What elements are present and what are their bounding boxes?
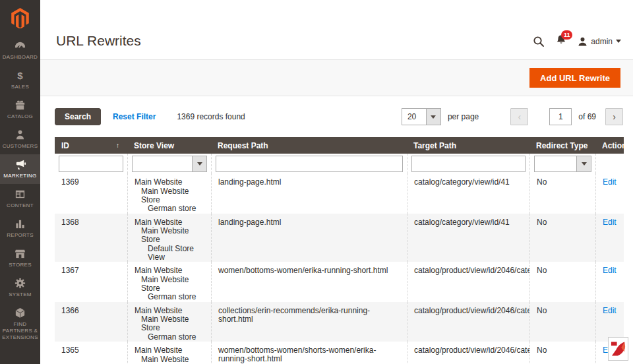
next-page-button[interactable]: › [605, 108, 623, 125]
sidebar-item-label: SALES [1, 84, 39, 90]
sort-ascending-icon: ↑ [116, 142, 121, 149]
records-found-text: 1369 records found [177, 112, 245, 121]
cell-store-view: Main WebsiteMain Website StoreDefault St… [127, 214, 211, 262]
select-caret-box [192, 156, 206, 171]
sidebar-nav: DASHBOARD $ SALES CATALOG CUSTOMERS MARK… [0, 0, 40, 364]
cell-request-path: landing-page.html [211, 214, 407, 262]
store-view-line: Main Website [135, 266, 204, 275]
column-header-action: Action [595, 137, 624, 154]
sidebar-item-reports[interactable]: REPORTS [0, 214, 40, 243]
store-view-line: Main Website Store [141, 355, 204, 364]
sidebar-item-marketing[interactable]: MARKETING [0, 154, 40, 184]
cell-id: 1369 [55, 173, 127, 214]
store-view-line: Main Website [135, 307, 204, 315]
column-header-id[interactable]: ID ↑ [55, 137, 127, 154]
gauge-icon [1, 40, 39, 52]
sidebar-item-label: FIND PARTNERS & EXTENSIONS [1, 321, 39, 341]
edit-link[interactable]: Edit [603, 177, 617, 187]
chevron-down-icon [616, 40, 621, 43]
magento-admin-app: DASHBOARD $ SALES CATALOG CUSTOMERS MARK… [0, 0, 633, 364]
magento-logo[interactable] [0, 0, 40, 36]
per-page-select[interactable]: 20 [402, 108, 441, 125]
column-header-store-view[interactable]: Store View [127, 137, 211, 154]
admin-username: admin [591, 37, 613, 46]
main-content: URL Rewrites 11 admin Add URL Rewrite [40, 0, 633, 364]
bar-chart-icon [1, 218, 39, 230]
pagination-controls: 20 per page ‹ of 69 › [402, 108, 623, 125]
column-header-target-path[interactable]: Target Path [407, 137, 529, 154]
user-icon [578, 36, 588, 47]
cell-target-path: catalog/category/view/id/41 [407, 214, 529, 262]
edit-link[interactable]: Edit [603, 306, 617, 315]
extension-logo-icon [611, 340, 626, 358]
page-header: URL Rewrites 11 admin [40, 0, 633, 59]
gear-icon [1, 277, 39, 289]
filter-store-view-select[interactable] [132, 156, 207, 172]
filter-id-input[interactable] [59, 156, 123, 172]
per-page-value: 20 [402, 109, 426, 125]
cube-icon [1, 307, 39, 319]
sidebar-item-label: SYSTEM [1, 291, 39, 298]
store-view-line: Main Website Store [141, 276, 204, 293]
storefront-icon [1, 247, 39, 260]
cell-redirect-type: No [529, 214, 595, 262]
cell-target-path: catalog/category/view/id/41 [407, 173, 529, 214]
sidebar-item-label: CATALOG [1, 113, 39, 120]
sidebar-item-find-partners[interactable]: FIND PARTNERS & EXTENSIONS [0, 303, 40, 346]
cell-store-view: Main WebsiteMain Website StoreGerman sto… [127, 342, 211, 364]
extension-logo[interactable] [608, 337, 628, 361]
chevron-down-icon [582, 162, 587, 166]
sidebar-item-stores[interactable]: STORES [0, 243, 40, 273]
prev-page-button[interactable]: ‹ [510, 108, 528, 125]
cell-target-path: catalog/product/view/id/2046/category/34 [407, 302, 529, 342]
store-view-line: Main Website Store [141, 315, 204, 332]
edit-link[interactable]: Edit [603, 266, 617, 275]
edit-link[interactable]: Edit [603, 218, 617, 227]
reset-filter-link[interactable]: Reset Filter [113, 112, 156, 121]
total-pages-text: of 69 [578, 112, 596, 121]
filter-target-path-input[interactable] [411, 156, 526, 172]
cell-store-view: Main WebsiteMain Website StoreGerman sto… [127, 262, 211, 302]
per-page-label: per page [448, 112, 479, 121]
sidebar-item-dashboard[interactable]: DASHBOARD [0, 36, 40, 65]
sidebar-item-label: CONTENT [1, 202, 39, 209]
chevron-down-icon [197, 162, 202, 166]
filter-redirect-type-select[interactable] [534, 156, 591, 172]
cell-id: 1367 [55, 262, 127, 302]
sidebar-item-label: REPORTS [1, 232, 39, 239]
url-rewrites-grid: ID ↑ Store View Request Path Target Path… [55, 137, 624, 364]
sidebar-item-catalog[interactable]: CATALOG [0, 95, 40, 125]
sidebar-item-content[interactable]: CONTENT [0, 184, 40, 214]
cell-request-path: landing-page.html [211, 173, 407, 214]
search-icon[interactable] [533, 36, 545, 47]
gift-box-icon [1, 99, 39, 111]
cell-id: 1368 [55, 214, 127, 262]
store-view-line: Main Website [135, 218, 204, 227]
cell-target-path: catalog/product/view/id/2046/category/28 [407, 342, 529, 364]
grid-header-row: ID ↑ Store View Request Path Target Path… [55, 137, 624, 154]
store-view-line: Main Website Store [141, 227, 204, 244]
column-header-redirect-type[interactable]: Redirect Type [529, 137, 595, 154]
cell-redirect-type: No [529, 262, 595, 302]
sidebar-item-label: STORES [1, 262, 39, 268]
page-actions-bar: Add URL Rewrite [40, 59, 633, 96]
page-number-input[interactable] [549, 108, 572, 125]
cell-store-view: Main WebsiteMain Website StoreGerman sto… [127, 302, 211, 342]
sidebar-item-sales[interactable]: $ SALES [0, 65, 40, 95]
sidebar-item-system[interactable]: SYSTEM [0, 273, 40, 303]
grid-toolbar: Search Reset Filter 1369 records found 2… [40, 96, 633, 137]
search-button[interactable]: Search [55, 108, 101, 125]
filter-request-path-input[interactable] [216, 156, 403, 172]
table-row: 1369 Main WebsiteMain Website StoreGerma… [55, 173, 624, 214]
sidebar-item-label: MARKETING [1, 173, 39, 179]
table-row: 1368 Main WebsiteMain Website StoreDefau… [55, 214, 624, 262]
store-view-line: German store [148, 204, 204, 213]
notifications-bell[interactable]: 11 [556, 34, 566, 48]
column-header-request-path[interactable]: Request Path [211, 137, 407, 154]
sidebar-item-label: CUSTOMERS [1, 143, 39, 150]
admin-menu[interactable]: admin [578, 36, 621, 47]
store-view-line: Default Store View [148, 245, 204, 262]
add-url-rewrite-button[interactable]: Add URL Rewrite [529, 68, 620, 88]
cell-request-path: women/bottoms-women/shorts-women/erika-r… [211, 342, 407, 364]
sidebar-item-customers[interactable]: CUSTOMERS [0, 125, 40, 154]
